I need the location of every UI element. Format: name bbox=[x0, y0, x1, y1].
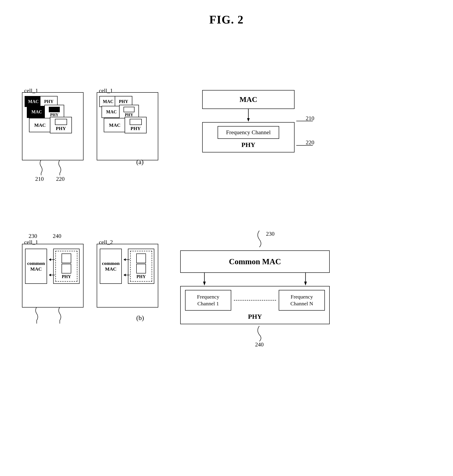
common-mac-cell1-b: common MAC bbox=[26, 261, 47, 272]
arrow-down-a bbox=[246, 109, 251, 122]
mac-box-a: MAC bbox=[202, 90, 295, 109]
section-b-label: (b) bbox=[136, 314, 144, 322]
label-240-right: 240 bbox=[180, 341, 339, 348]
svg-marker-13 bbox=[203, 282, 206, 286]
svg-marker-11 bbox=[124, 274, 126, 276]
cell2-b-label: cell_2 bbox=[99, 239, 113, 246]
cell1-mid-label: cell_1 bbox=[99, 87, 113, 94]
arrow-left-bot-b2 bbox=[124, 273, 130, 277]
common-mac-cell2-b: common MAC bbox=[100, 261, 121, 272]
squiggle-220 bbox=[57, 160, 63, 175]
label-210-left: 210 bbox=[35, 176, 44, 182]
label-220-left: 220 bbox=[56, 176, 65, 182]
arrow-down-left-b bbox=[202, 273, 207, 286]
svg-marker-1 bbox=[247, 118, 250, 122]
cell1-b-label: cell_1 bbox=[24, 239, 38, 246]
phy-label-b: PHY bbox=[185, 313, 325, 320]
phy-box-b: Frequency Channel 1 Frequency Channel N … bbox=[180, 286, 330, 324]
arrow-down-right-b bbox=[303, 273, 308, 286]
arrow-left-bot-b1 bbox=[49, 273, 55, 277]
label-230-b: 230 bbox=[28, 233, 37, 239]
freq-channel-1-box: Frequency Channel 1 bbox=[185, 290, 231, 310]
section-a-label: (a) bbox=[136, 158, 143, 166]
svg-marker-9 bbox=[124, 258, 126, 261]
label-230-right: 230 bbox=[266, 231, 275, 237]
squiggle-240-right bbox=[253, 326, 266, 341]
squiggle-240 bbox=[57, 307, 63, 324]
label-240-b: 240 bbox=[53, 233, 61, 239]
phy-label-a: PHY bbox=[207, 141, 290, 148]
svg-marker-7 bbox=[49, 274, 51, 276]
cell1-left-label: cell_1 bbox=[24, 87, 38, 94]
ref-line-220 bbox=[296, 145, 314, 146]
freq-channel-n-box: Frequency Channel N bbox=[279, 290, 325, 310]
ref-line-210 bbox=[296, 121, 314, 121]
arrow-left-top-b1 bbox=[49, 257, 55, 262]
common-mac-box-b: Common MAC bbox=[180, 250, 330, 273]
squiggle-230 bbox=[33, 307, 40, 324]
svg-marker-15 bbox=[304, 282, 307, 286]
arrow-left-top-b2 bbox=[124, 257, 130, 262]
svg-marker-5 bbox=[49, 258, 51, 261]
phy-box-a: Frequency Channel PHY bbox=[202, 122, 295, 152]
squiggle-210 bbox=[38, 160, 44, 175]
page-title: FIG. 2 bbox=[0, 0, 453, 26]
freq-channel-box-a: Frequency Channel bbox=[218, 126, 279, 139]
squiggle-230-right bbox=[253, 231, 266, 248]
